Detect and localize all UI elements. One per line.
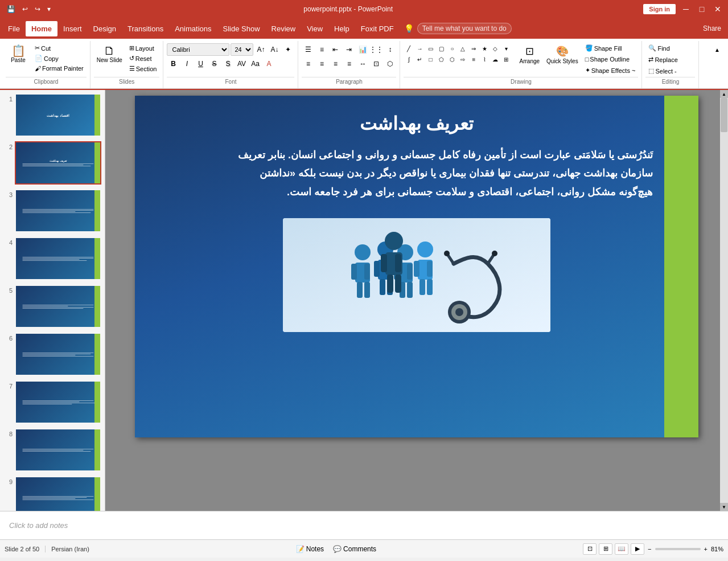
- slide-thumbnail-active[interactable]: تعریف بهداشت: [15, 141, 101, 185]
- slide-item[interactable]: 5: [2, 284, 102, 329]
- slide-sorter-button[interactable]: ⊞: [599, 543, 612, 555]
- slide-item[interactable]: 6: [2, 331, 102, 377]
- menu-home[interactable]: Home: [26, 21, 57, 36]
- slide-item[interactable]: 8: [2, 427, 102, 473]
- zoom-out-button[interactable]: −: [647, 544, 652, 554]
- bullets-button[interactable]: ☰: [302, 43, 314, 56]
- share-button[interactable]: Share: [698, 22, 726, 35]
- align-left-button[interactable]: ≡: [302, 58, 314, 70]
- new-slide-button[interactable]: 🗋 New Slide: [94, 43, 125, 65]
- align-center-button[interactable]: ≡: [315, 58, 328, 70]
- diamond-shape[interactable]: ◇: [490, 43, 500, 54]
- callout-shape[interactable]: □: [425, 54, 435, 64]
- slide-item[interactable]: 1 اقتصاد بهداشت: [2, 92, 102, 138]
- shape-fill-button[interactable]: 🪣 Shape Fill: [582, 43, 639, 53]
- menu-slideshow[interactable]: Slide Show: [217, 21, 265, 36]
- arrange-button[interactable]: ⊡ Arrange: [516, 43, 542, 66]
- comments-button[interactable]: 💬 Comments: [330, 544, 380, 554]
- slide-thumbnail[interactable]: [15, 189, 101, 232]
- bent-arrow[interactable]: ↵: [414, 54, 425, 64]
- ribbon-shape[interactable]: ⌇: [479, 54, 490, 64]
- bold-button[interactable]: B: [167, 58, 179, 70]
- cut-button[interactable]: ✂ Cut: [32, 43, 87, 53]
- slide-item[interactable]: 4: [2, 236, 102, 281]
- italic-button[interactable]: I: [180, 58, 193, 70]
- reset-button[interactable]: ↺ Reset: [126, 54, 160, 63]
- equation-shape[interactable]: ≡: [468, 54, 479, 64]
- slide-item[interactable]: 3: [2, 188, 102, 234]
- notes-button[interactable]: 📝 Notes: [293, 544, 327, 554]
- menu-view[interactable]: View: [301, 21, 328, 36]
- strikethrough-button[interactable]: S: [208, 58, 220, 70]
- quick-styles-button[interactable]: 🎨 Quick Styles: [544, 43, 581, 66]
- menu-help[interactable]: Help: [328, 21, 355, 36]
- select-button[interactable]: ⬚ Select -: [645, 66, 679, 76]
- change-case-button[interactable]: Aa: [249, 58, 261, 70]
- paste-button[interactable]: 📋 Paste: [6, 43, 31, 65]
- decrease-font-button[interactable]: A↓: [268, 43, 281, 56]
- menu-animations[interactable]: Animations: [169, 21, 217, 36]
- oval-shape[interactable]: ○: [447, 43, 457, 54]
- clear-format-button[interactable]: ✦: [282, 43, 294, 56]
- smart-art-button[interactable]: 📊: [356, 43, 369, 56]
- save-button[interactable]: 💾: [5, 4, 18, 14]
- undo-button[interactable]: ↩: [20, 4, 30, 14]
- slide-item[interactable]: 9: [2, 475, 102, 511]
- font-size-select[interactable]: 24: [231, 43, 253, 56]
- normal-view-button[interactable]: ⊡: [583, 543, 597, 555]
- find-button[interactable]: 🔍 Find: [645, 43, 672, 53]
- text-direction-button[interactable]: ↔: [356, 58, 369, 70]
- slideshow-button[interactable]: ▶: [631, 543, 644, 555]
- scroll-thumb[interactable]: [721, 98, 727, 132]
- round-rect-shape[interactable]: ▢: [436, 43, 446, 54]
- tell-me-box[interactable]: Tell me what you want to do: [417, 23, 512, 34]
- align-text-button[interactable]: ⊡: [370, 58, 382, 70]
- slide-thumbnail[interactable]: [15, 476, 101, 511]
- reading-view-button[interactable]: 📖: [615, 543, 628, 555]
- slide-image[interactable]: [283, 218, 550, 332]
- collapse-ribbon-button[interactable]: ▲: [711, 43, 723, 56]
- notes-area[interactable]: Click to add notes: [0, 511, 728, 539]
- slide-body[interactable]: تَندُرُستی یا سَلامَتی عبارت است از تأمی…: [135, 134, 698, 212]
- minimize-button[interactable]: ─: [680, 3, 692, 15]
- zoom-in-button[interactable]: +: [703, 544, 709, 554]
- shadow-button[interactable]: S: [221, 58, 234, 70]
- triangle-shape[interactable]: △: [458, 43, 468, 54]
- font-color-button[interactable]: A: [262, 58, 275, 70]
- customize-qat-button[interactable]: ▾: [45, 4, 53, 14]
- menu-transitions[interactable]: Transitions: [122, 21, 169, 36]
- line-shape[interactable]: ╱: [404, 43, 414, 54]
- section-button[interactable]: ☰ Section: [126, 64, 160, 73]
- menu-review[interactable]: Review: [266, 21, 302, 36]
- more-shapes-2[interactable]: ⊞: [501, 54, 511, 64]
- increase-indent-button[interactable]: ⇥: [343, 43, 355, 56]
- star-shape[interactable]: ★: [479, 43, 490, 54]
- close-button[interactable]: ✕: [712, 3, 723, 15]
- menu-file[interactable]: File: [2, 21, 26, 36]
- sign-in-button[interactable]: Sign in: [643, 4, 676, 14]
- maximize-button[interactable]: □: [696, 3, 708, 15]
- scroll-up-button[interactable]: ▲: [720, 90, 728, 98]
- numbering-button[interactable]: ≡: [315, 43, 328, 56]
- convert-to-smartart-button[interactable]: ⬡: [384, 58, 396, 70]
- slide-thumbnail[interactable]: [15, 428, 101, 472]
- copy-button[interactable]: 📄 Copy: [32, 54, 87, 63]
- font-name-select[interactable]: Calibri: [167, 43, 229, 56]
- decrease-indent-button[interactable]: ⇤: [329, 43, 342, 56]
- format-painter-button[interactable]: 🖌 Format Painter: [32, 64, 87, 73]
- curve-shape[interactable]: ∫: [404, 54, 414, 64]
- char-spacing-button[interactable]: AV: [235, 58, 248, 70]
- menu-foxit[interactable]: Foxit PDF: [355, 21, 400, 36]
- line-spacing-button[interactable]: ↕: [384, 43, 396, 56]
- layout-button[interactable]: ⊞ Layout: [126, 43, 160, 53]
- slide-item-active[interactable]: 2 تعریف بهداشت: [2, 140, 102, 186]
- cloud-shape[interactable]: ☁: [490, 54, 500, 64]
- slide-item[interactable]: 7: [2, 379, 102, 425]
- underline-button[interactable]: U: [194, 58, 207, 70]
- rect-shape[interactable]: ▭: [425, 43, 435, 54]
- increase-font-button[interactable]: A↑: [254, 43, 267, 56]
- hexagon-shape[interactable]: ⬡: [447, 54, 457, 64]
- slide-thumbnail[interactable]: [15, 285, 101, 328]
- menu-design[interactable]: Design: [88, 21, 122, 36]
- columns-button[interactable]: ⋮⋮: [370, 43, 382, 56]
